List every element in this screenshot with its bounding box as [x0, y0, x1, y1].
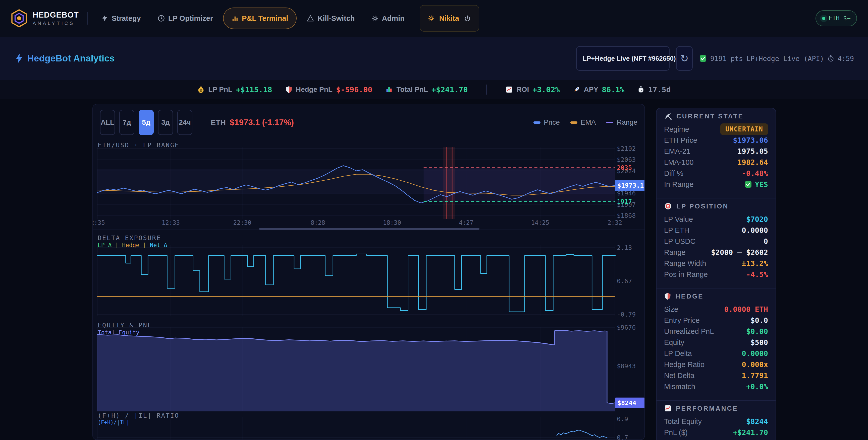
- stat-row-hedge-ratio: Hedge Ratio0.000x: [664, 359, 768, 370]
- stat-row-label: Range Width: [664, 259, 706, 268]
- section-title: HEDGE: [675, 293, 704, 300]
- stat-row-label: LMA-100: [664, 158, 694, 167]
- stat-row-label: Hedge Ratio: [664, 361, 705, 369]
- lightning-icon: [15, 53, 23, 64]
- rocket-icon: [573, 86, 581, 93]
- chart-zoom-scrollbar[interactable]: [259, 228, 479, 230]
- multi-pane-chart[interactable]: $2102$2063$2024$1985$1946$1907$186820351…: [93, 104, 645, 440]
- stat-row-label: Entry Price: [664, 316, 700, 325]
- target-icon: [664, 202, 672, 210]
- stat-row-diff-: Diff %-0.48%: [664, 168, 768, 179]
- stat-row-lp-eth: LP ETH0.0000: [664, 225, 768, 236]
- stat-row-label: Range: [664, 248, 685, 257]
- stat-row-range-width: Range Width±13.2%: [664, 258, 768, 269]
- stat-row-entry-price: Entry Price$0.0: [664, 315, 768, 326]
- svg-text:$9676: $9676: [617, 324, 636, 331]
- refresh-icon: ↻: [680, 53, 689, 64]
- stat-row-net-delta: Net Delta1.7791: [664, 370, 768, 381]
- svg-text:$8943: $8943: [617, 363, 636, 370]
- nav-item-p-l-terminal[interactable]: P&L Terminal: [223, 7, 297, 29]
- stat-row-value: 0: [764, 237, 768, 246]
- stat-row-regime: RegimeUNCERTAIN: [664, 124, 768, 135]
- stat-row-ema-21: EMA-211975.05: [664, 146, 768, 157]
- alert-triangle-icon: [307, 15, 314, 22]
- svg-text:4:27: 4:27: [459, 219, 473, 226]
- dataset-dropdown-value: LP+Hedge Live (NFT #962650): [583, 55, 676, 63]
- network-status-badge: ETH $—: [815, 10, 857, 26]
- stat-row-unrealized-pnl: Unrealized PnL$0.00: [664, 326, 768, 337]
- stat-lp-pnl: $LP PnL+$115.18: [197, 85, 272, 94]
- svg-text:$2063: $2063: [617, 156, 636, 163]
- stat-row-value: 0.0000: [742, 226, 768, 235]
- stat-row-label: LP Delta: [664, 349, 692, 358]
- stat-row-value: 0.000x: [742, 360, 768, 369]
- nav-divider: [87, 12, 88, 25]
- api-status: 9191 pts LP+Hedge Live (API) 4:59: [699, 55, 854, 63]
- page-title: HedgeBot Analytics: [27, 53, 115, 64]
- data-points-count: 9191 pts: [710, 55, 743, 63]
- stat-row-value: ±13.2%: [742, 259, 768, 268]
- stat-value: +$115.18: [236, 85, 272, 94]
- svg-text:0.7: 0.7: [617, 434, 628, 440]
- nav-item-label: Kill-Switch: [317, 14, 354, 23]
- stat-apy: APY86.1%: [573, 85, 625, 94]
- nav-item-label: P&L Terminal: [242, 14, 288, 23]
- chart-panel: ALL7д5д3д24ч ETH $1973.1 (-1.17%) PriceE…: [92, 104, 645, 440]
- stat-row-label: Equity: [664, 338, 684, 347]
- stat-row-label: Regime: [664, 125, 689, 133]
- gear-icon: [428, 15, 435, 22]
- stat-label: LP PnL: [208, 86, 232, 94]
- svg-text:14:25: 14:25: [531, 219, 549, 226]
- sidebar-section-lp-position: LP POSITIONLP Value$7020LP ETH0.0000LP U…: [656, 198, 776, 288]
- section-header: LP POSITION: [664, 202, 768, 210]
- stat-row-eth-price: ETH Price$1973.06: [664, 135, 768, 146]
- section-header: PERFORMANCE: [664, 404, 768, 413]
- stat-row-value: $0.0: [750, 316, 768, 325]
- dataset-dropdown[interactable]: LP+Hedge Live (NFT #962650): [576, 46, 670, 71]
- stat-row-size: Size0.0000 ETH: [664, 304, 768, 315]
- stat-row-pnl-: PnL ($)+$241.70: [664, 427, 768, 438]
- stat-row-label: In Range: [664, 180, 694, 189]
- svg-text:0.67: 0.67: [617, 277, 632, 285]
- power-icon[interactable]: [464, 14, 471, 22]
- svg-text:$2102: $2102: [617, 145, 636, 152]
- chart-up-icon: [664, 405, 672, 412]
- shield-icon: [664, 293, 671, 300]
- stat-row-value: 1975.05: [737, 147, 768, 156]
- nav-item-lp-optimizer[interactable]: LP Optimizer: [151, 7, 219, 29]
- section-title: LP POSITION: [676, 202, 728, 210]
- pnl-stats-bar: $LP PnL+$115.18Hedge PnL$-596.00Total Pn…: [0, 80, 868, 99]
- nav-item-admin[interactable]: Admin: [365, 7, 411, 29]
- svg-text:2035: 2035: [617, 164, 632, 171]
- top-nav: HEDGEBOT ANALYTICS StrategyLP OptimizerP…: [0, 0, 868, 37]
- stat-row-value: 1982.64: [737, 158, 768, 167]
- svg-text:$: $: [200, 88, 202, 93]
- stat-label: APY: [584, 86, 598, 94]
- nav-item-kill-switch[interactable]: Kill-Switch: [300, 7, 361, 29]
- stat-row-mismatch: Mismatch+0.0%: [664, 381, 768, 392]
- stat-row-lma-100: LMA-1001982.64: [664, 157, 768, 168]
- brand-title: HEDGEBOT: [33, 10, 79, 20]
- title-bar: HedgeBot Analytics LP+Hedge Live (NFT #9…: [0, 37, 868, 80]
- brand-logo[interactable]: HEDGEBOT ANALYTICS: [11, 9, 79, 27]
- check-icon: [744, 181, 752, 188]
- check-icon: [699, 55, 707, 62]
- brand-subtitle: ANALYTICS: [33, 21, 79, 26]
- refresh-button[interactable]: ↻: [676, 46, 693, 71]
- user-menu[interactable]: Nikita: [420, 5, 479, 32]
- refresh-countdown: 4:59: [838, 55, 854, 63]
- nav-item-label: Admin: [382, 14, 405, 23]
- nav-item-strategy[interactable]: Strategy: [95, 7, 148, 29]
- stat-row-value: 1.7791: [742, 371, 768, 380]
- stopwatch-icon: [638, 86, 645, 93]
- sidebar-section-current-state: CURRENT STATERegimeUNCERTAINETH Price$19…: [656, 108, 776, 198]
- stat-17-5d: 17.5d: [638, 85, 671, 94]
- stat-label: Total PnL: [396, 86, 428, 94]
- satellite-icon: [664, 112, 672, 120]
- section-title: PERFORMANCE: [676, 405, 738, 412]
- user-name: Nikita: [439, 14, 459, 23]
- stat-row-value: 0.0000 ETH: [724, 305, 768, 313]
- stat-row-label: Unrealized PnL: [664, 327, 714, 336]
- stat-row-total-equity: Total Equity$8244: [664, 416, 768, 427]
- stat-row-pos-in-range: Pos in Range-4.5%: [664, 269, 768, 280]
